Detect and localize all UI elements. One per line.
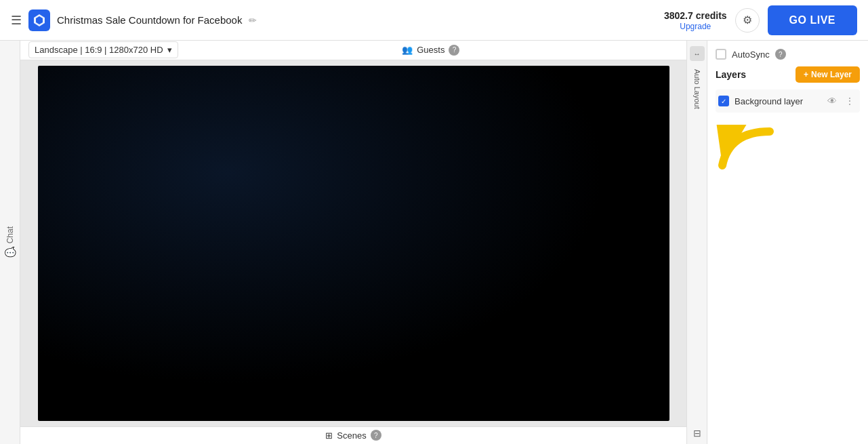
- guests-icon: 👥: [402, 45, 413, 55]
- project-title: Christmas Sale Countdown for Facebook: [57, 14, 242, 26]
- chat-tab[interactable]: 💬 Chat: [5, 226, 16, 258]
- resolution-label: Landscape | 16:9 | 1280x720 HD: [35, 45, 163, 55]
- new-layer-plus-icon: +: [804, 70, 808, 79]
- canvas-bottom-bar: ⊞ Scenes ?: [20, 426, 686, 444]
- layer-name-background: Background layer: [735, 96, 819, 106]
- auto-layout-toggle[interactable]: ↔: [690, 46, 705, 61]
- scenes-icon: ⊞: [325, 430, 333, 441]
- settings-button[interactable]: ⚙: [735, 8, 760, 33]
- menu-icon[interactable]: ☰: [11, 13, 22, 28]
- layers-title: Layers: [716, 69, 746, 80]
- canvas-toolbar: Landscape | 16:9 | 1280x720 HD ▾ 👥 Guest…: [20, 41, 686, 60]
- autosync-checkbox[interactable]: [716, 49, 726, 60]
- layer-actions-background: 👁 ⋮: [825, 94, 857, 108]
- layers-panel: AutoSync ? Layers + New Layer ✓ Backgrou…: [707, 41, 868, 444]
- layer-visibility-button[interactable]: 👁: [825, 94, 840, 108]
- canvas-center: 👥 Guests ?: [184, 45, 678, 56]
- annotation-container: [716, 125, 860, 193]
- guests-label: Guests: [417, 45, 445, 55]
- resolution-select[interactable]: Landscape | 16:9 | 1280x720 HD ▾: [28, 41, 178, 58]
- credits-info: 3802.7 credits Upgrade: [664, 9, 727, 31]
- auto-layout-tab: ↔ Auto Layout ⊟: [687, 41, 707, 444]
- guests-info-icon: ?: [449, 45, 459, 56]
- autosync-info-icon: ?: [775, 49, 786, 60]
- layer-item-background[interactable]: ✓ Background layer 👁 ⋮: [716, 89, 860, 113]
- right-sidebar: ↔ Auto Layout ⊟ AutoSync ? Layers + New …: [686, 41, 868, 444]
- scenes-label[interactable]: Scenes: [337, 430, 366, 441]
- guests-button[interactable]: 👥 Guests ?: [402, 45, 459, 56]
- new-layer-label: New Layer: [811, 70, 852, 79]
- canvas-area: Landscape | 16:9 | 1280x720 HD ▾ 👥 Guest…: [20, 41, 686, 444]
- auto-layout-label: Auto Layout: [693, 69, 701, 109]
- credits-amount: 3802.7 credits: [664, 10, 727, 21]
- new-layer-button[interactable]: + New Layer: [795, 66, 860, 83]
- scenes-info-icon: ?: [371, 430, 381, 441]
- dropdown-icon: ▾: [167, 45, 172, 55]
- canvas-preview: [20, 60, 686, 426]
- header-left: ☰ Christmas Sale Countdown for Facebook …: [11, 9, 656, 31]
- layers-header: Layers + New Layer: [716, 66, 860, 83]
- autosync-label: AutoSync: [732, 49, 770, 60]
- layout-bottom-icon[interactable]: ⊟: [693, 428, 701, 439]
- chat-icon: 💬: [5, 247, 16, 258]
- chat-label-text: Chat: [5, 226, 15, 243]
- left-sidebar: 💬 Chat: [0, 41, 20, 444]
- edit-icon[interactable]: ✏: [249, 15, 257, 26]
- logo: [28, 9, 50, 31]
- layer-more-button[interactable]: ⋮: [842, 94, 857, 108]
- go-live-button[interactable]: GO LIVE: [768, 5, 857, 35]
- layer-checkbox-background[interactable]: ✓: [718, 96, 729, 106]
- arrow-annotation: [716, 125, 783, 193]
- header: ☰ Christmas Sale Countdown for Facebook …: [0, 0, 868, 41]
- canvas-black: [38, 66, 669, 421]
- main-content: 💬 Chat Landscape | 16:9 | 1280x720 HD ▾ …: [0, 41, 868, 444]
- upgrade-link[interactable]: Upgrade: [664, 22, 727, 31]
- autosync-row: AutoSync ?: [716, 49, 860, 60]
